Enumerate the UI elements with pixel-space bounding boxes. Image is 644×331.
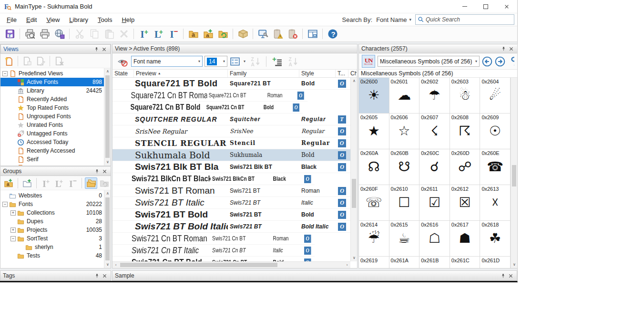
folders-button[interactable] — [85, 177, 97, 189]
table-row[interactable]: Swis721 BlkCn BT Black Swis721 BlkCn BT … — [112, 173, 315, 185]
column-type[interactable]: T... — [336, 70, 348, 77]
char-cell[interactable]: 0x2618 ☘ — [480, 221, 511, 257]
table-row[interactable]: Swis721 BT Bold Swis721 BT Bold O — [112, 209, 350, 221]
char-cell[interactable]: 0x261A — [389, 257, 420, 268]
table-row[interactable]: Swis721 Blk BT Bla Swis721 Blk BT Black … — [112, 161, 350, 173]
char-cell[interactable]: 0x2600 ☀ — [359, 78, 389, 114]
scroll-x-button[interactable] — [53, 55, 65, 67]
install-lib-plus-button[interactable] — [152, 28, 165, 41]
scroll-down-icon[interactable]: ∨ — [351, 255, 357, 261]
help-button[interactable] — [326, 28, 339, 41]
print-button[interactable] — [38, 28, 51, 41]
tree-item[interactable]: Recently Accessed — [0, 146, 111, 155]
install-lib-plus-button[interactable] — [53, 177, 65, 189]
scroll-down-icon[interactable]: ∨ — [511, 261, 517, 268]
tree-item[interactable]: Websites 0 — [0, 191, 111, 200]
next-block-button[interactable] — [495, 56, 505, 67]
char-cell[interactable]: 0x260A ☊ — [359, 149, 389, 185]
scroll-new-button[interactable] — [2, 55, 15, 67]
table-row[interactable]: Swis721 BT Roman Swis721 BT Roman O — [112, 185, 350, 197]
tree-item[interactable]: Active Fonts 898 — [0, 78, 111, 86]
table-row[interactable]: Swis721 BT Bold Italic Swis721 BT Bold I… — [112, 221, 350, 233]
char-cell[interactable]: 0x2612 ☒ — [450, 185, 480, 221]
char-cell[interactable]: 0x2615 ☕ — [389, 221, 420, 257]
quick-search-input[interactable] — [426, 16, 512, 23]
folder-plus-button[interactable] — [21, 177, 33, 189]
scroll-up-icon[interactable]: ∧ — [104, 190, 111, 197]
tree-item[interactable]: Dupes 28 — [0, 217, 111, 226]
column-style[interactable]: Style — [299, 70, 336, 77]
menu-item[interactable]: File — [2, 14, 21, 25]
preview-size-combo[interactable]: 14▾ — [204, 56, 227, 67]
menu-item[interactable]: Help — [117, 14, 139, 25]
scroll-edit-button[interactable] — [34, 55, 47, 67]
folder-sync-button[interactable] — [98, 177, 111, 189]
close-icon[interactable] — [101, 272, 108, 279]
save-button[interactable] — [3, 28, 17, 41]
scroll-left-icon[interactable]: ‹ — [112, 262, 119, 268]
table-row[interactable]: Square721 BT Bold Square721 BT Bold O — [112, 78, 350, 90]
tree-item[interactable]: Tests 48 — [0, 251, 111, 260]
char-cell[interactable]: 0x260E ☎ — [480, 149, 511, 185]
table-row[interactable]: Square721 Cn BT Roman Square721 Cn BT Ro… — [112, 90, 307, 102]
table-row[interactable]: SQUITCHER REGULAR Squitcher Regular T — [112, 114, 350, 125]
scrollbar-thumb[interactable] — [105, 75, 110, 158]
table-row[interactable]: STENCIL REGULAR Stencil Regular O — [112, 137, 350, 149]
tree-item[interactable]: Library 24425 — [0, 86, 111, 95]
close-icon[interactable] — [507, 272, 514, 279]
column-state[interactable]: State — [112, 70, 134, 77]
scroll-down-icon[interactable]: ∨ — [104, 261, 111, 268]
tree-item[interactable]: Sans Serif — [0, 164, 111, 166]
scrollbar-thumb[interactable] — [352, 179, 356, 208]
char-cell[interactable]: 0x260D ☍ — [450, 149, 480, 185]
char-cell[interactable]: 0x2604 ☄ — [480, 78, 511, 114]
monitor-tools-button[interactable] — [256, 28, 270, 41]
char-cell[interactable]: 0x260C ☌ — [419, 149, 450, 185]
chevron-down-icon[interactable]: ▾ — [244, 59, 245, 63]
sort-button-2[interactable] — [286, 55, 300, 68]
web-save-button[interactable] — [52, 28, 66, 41]
menu-item[interactable]: Tools — [93, 14, 117, 25]
tree-item[interactable]: Ungrouped Fonts — [0, 112, 111, 121]
pin-icon[interactable] — [93, 272, 101, 279]
char-cell[interactable]: 0x2606 ☆ — [389, 114, 420, 149]
scroll-up-icon[interactable]: ∧ — [104, 68, 111, 75]
search-mode-dropdown[interactable]: Font Name▾ — [376, 16, 411, 23]
char-cell[interactable]: 0x260B ☋ — [389, 149, 420, 185]
scroll-right-icon[interactable]: › — [344, 262, 350, 268]
char-cell[interactable]: 0x2613 ☓ — [480, 185, 511, 221]
char-cell[interactable]: 0x2605 ★ — [359, 114, 389, 149]
delete-button[interactable] — [117, 28, 131, 41]
char-cell[interactable]: 0x2616 ☖ — [419, 221, 450, 257]
close-button[interactable] — [496, 0, 517, 13]
tree-item[interactable]: − SortTest 3 — [0, 234, 111, 243]
tree-item[interactable]: Untagged Fonts — [0, 129, 111, 138]
install-plus-button[interactable] — [40, 177, 52, 189]
expander-icon[interactable]: − — [10, 236, 16, 241]
table-row[interactable]: Swis721 BT Italic Swis721 BT Italic O — [112, 197, 350, 209]
install-plus-button[interactable] — [137, 28, 151, 41]
clip-x-button[interactable] — [286, 28, 299, 41]
package-button[interactable] — [236, 28, 250, 41]
char-cell[interactable]: 0x2611 ☑ — [419, 185, 450, 221]
unicode-block-dropdown[interactable]: Miscellaneous Symbols (256 of 256)▾ — [378, 56, 480, 67]
char-cell[interactable]: 0x261D — [480, 257, 511, 268]
pin-icon[interactable] — [93, 167, 101, 175]
char-cell[interactable]: 0x2602 ☂ — [419, 78, 450, 114]
tree-item[interactable]: − Predefined Views — [0, 69, 111, 78]
char-cell[interactable]: 0x260F ☏ — [359, 185, 389, 221]
scroll-page-button[interactable] — [21, 55, 33, 67]
scroll-up-icon[interactable]: ∧ — [351, 78, 357, 84]
unicode-mode-button[interactable]: UNINCODE — [362, 55, 375, 68]
char-cell[interactable]: 0x2610 ☐ — [389, 185, 420, 221]
copy-button[interactable] — [87, 28, 101, 41]
table-row[interactable]: Square721 Cn BT Bold Square721 Cn BT Bol… — [112, 102, 303, 114]
cut-button[interactable] — [72, 28, 86, 41]
char-cell[interactable]: 0x2619 — [359, 257, 389, 268]
tree-item[interactable]: + Projects 10035 — [0, 226, 111, 234]
close-icon[interactable] — [507, 45, 515, 52]
scrollbar-thumb[interactable] — [512, 165, 516, 187]
tree-item[interactable]: Recently Added — [0, 95, 111, 103]
scrollbar-thumb[interactable] — [120, 263, 277, 267]
tree-item[interactable]: Serif — [0, 155, 111, 164]
